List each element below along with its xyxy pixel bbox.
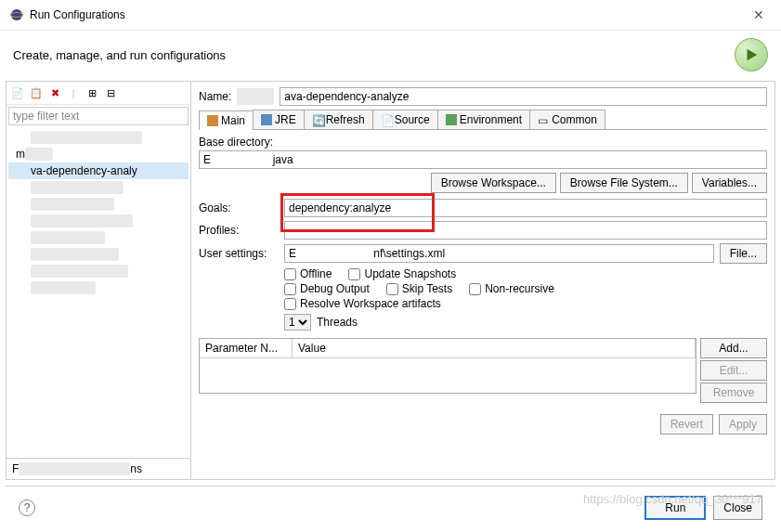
parameters-table[interactable]: Parameter N... Value bbox=[199, 338, 696, 394]
goals-input[interactable] bbox=[284, 199, 767, 217]
remove-button[interactable]: Remove bbox=[700, 383, 767, 403]
threads-label: Threads bbox=[317, 316, 358, 329]
footer: ? Run Close bbox=[6, 486, 775, 529]
tab-source[interactable]: 📄Source bbox=[372, 110, 438, 129]
tab-main[interactable]: Main bbox=[199, 110, 254, 130]
expand-icon[interactable]: ⊞ bbox=[85, 85, 99, 100]
titlebar: Run Configurations ✕ bbox=[0, 0, 781, 31]
svg-point-0 bbox=[11, 9, 22, 20]
goals-label: Goals: bbox=[199, 201, 279, 214]
svg-marker-2 bbox=[748, 49, 758, 61]
new-icon[interactable]: 📄 bbox=[10, 85, 25, 100]
basedir-label: Base directory: bbox=[199, 136, 767, 149]
debug-output-checkbox[interactable]: Debug Output bbox=[284, 282, 370, 295]
revert-button[interactable]: Revert bbox=[660, 414, 713, 435]
eclipse-icon bbox=[9, 7, 24, 22]
browse-workspace-button[interactable]: Browse Workspace... bbox=[431, 173, 556, 193]
tabs: Main JRE 🔄Refresh 📄Source Environment ▭C… bbox=[199, 110, 767, 130]
profiles-label: Profiles: bbox=[199, 224, 279, 237]
duplicate-icon[interactable]: 📋 bbox=[29, 85, 44, 100]
threads-select[interactable]: 1 bbox=[284, 314, 311, 331]
name-input[interactable] bbox=[280, 87, 767, 106]
col-parameter: Parameter N... bbox=[200, 339, 293, 357]
filter-input[interactable]: type filter text bbox=[8, 107, 189, 125]
file-button[interactable]: File... bbox=[720, 243, 767, 264]
header-subtitle: Create, manage, and run configurations bbox=[13, 48, 226, 62]
tab-common[interactable]: ▭Common bbox=[529, 110, 605, 129]
header: Create, manage, and run configurations bbox=[0, 31, 781, 81]
window-title: Run Configurations bbox=[30, 8, 125, 21]
left-panel: 📄 📋 ✖ | ⊞ ⊟ type filter text m va-depend… bbox=[6, 82, 191, 480]
offline-checkbox[interactable]: Offline bbox=[284, 267, 332, 280]
profiles-input[interactable] bbox=[284, 221, 767, 240]
name-label: Name: bbox=[199, 90, 231, 103]
close-icon[interactable]: ✕ bbox=[746, 6, 772, 24]
resolve-workspace-checkbox[interactable]: Resolve Workspace artifacts bbox=[284, 297, 441, 310]
tab-jre[interactable]: JRE bbox=[253, 110, 305, 129]
apply-button[interactable]: Apply bbox=[719, 414, 767, 435]
left-toolbar: 📄 📋 ✖ | ⊞ ⊟ bbox=[7, 82, 190, 105]
right-panel: Name: Main JRE 🔄Refresh 📄Source Environm… bbox=[191, 82, 775, 480]
browse-filesystem-button[interactable]: Browse File System... bbox=[560, 173, 688, 193]
usersettings-input[interactable] bbox=[284, 244, 714, 263]
tab-environment[interactable]: Environment bbox=[437, 110, 530, 129]
add-button[interactable]: Add... bbox=[700, 338, 767, 358]
update-snapshots-checkbox[interactable]: Update Snapshots bbox=[348, 267, 456, 280]
help-icon[interactable]: ? bbox=[19, 500, 35, 516]
delete-icon[interactable]: ✖ bbox=[47, 85, 62, 100]
col-value: Value bbox=[293, 339, 696, 357]
tree-item-selected[interactable]: va-dependency-analy bbox=[8, 162, 189, 179]
close-button[interactable]: Close bbox=[713, 496, 762, 520]
variables-button[interactable]: Variables... bbox=[692, 173, 767, 193]
basedir-input[interactable] bbox=[199, 150, 767, 169]
skip-tests-checkbox[interactable]: Skip Tests bbox=[386, 282, 452, 295]
config-tree[interactable]: m va-dependency-analy bbox=[7, 127, 190, 458]
tab-refresh[interactable]: 🔄Refresh bbox=[304, 110, 373, 129]
run-icon bbox=[735, 38, 768, 71]
run-button[interactable]: Run bbox=[644, 496, 706, 520]
edit-button[interactable]: Edit... bbox=[700, 360, 767, 381]
usersettings-label: User settings: bbox=[199, 247, 279, 260]
non-recursive-checkbox[interactable]: Non-recursive bbox=[469, 282, 554, 295]
collapse-icon[interactable]: ⊟ bbox=[103, 85, 118, 100]
